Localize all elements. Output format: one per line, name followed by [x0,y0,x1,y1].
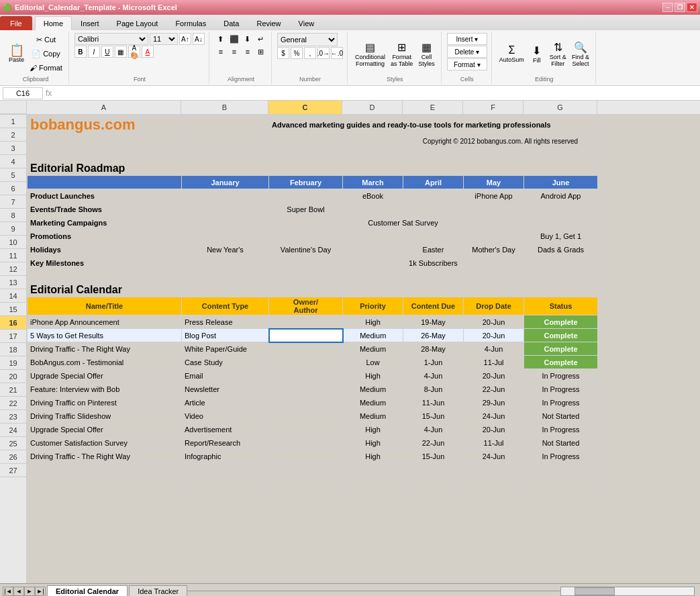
cell-c19[interactable] [269,369,343,383]
row-header-14[interactable]: 14 [0,289,26,303]
italic-button[interactable]: I [88,46,100,58]
cell-g21[interactable]: In Progress [524,396,598,409]
align-center-button[interactable]: ≡ [228,46,240,58]
cell-b25[interactable]: Infographic [182,450,269,463]
cell-b17[interactable]: White Paper/Guide [182,342,269,356]
cell-g26[interactable] [524,463,598,477]
cell-b22[interactable]: Video [182,409,269,423]
cell-a23[interactable]: Upgrade Special Offer [28,423,182,436]
cell-c12[interactable] [269,270,343,283]
cell-a22[interactable]: Driving Traffic Slideshow [28,409,182,423]
cell-f15[interactable]: 20-Jun [464,315,524,329]
cell-e25[interactable]: 15-Jun [403,450,464,463]
col-header-f[interactable]: F [463,101,523,114]
cell-b14[interactable]: Content Type [182,297,269,315]
cell-b23[interactable]: Advertisement [182,423,269,436]
cell-f12[interactable] [464,270,524,283]
border-button[interactable]: ▦ [115,46,127,58]
cell-g25[interactable]: In Progress [524,450,598,463]
cell-a4[interactable]: Editorial Roadmap [28,162,598,176]
cell-c24[interactable] [269,436,343,450]
cell-e6[interactable] [403,189,464,203]
cell-e7[interactable] [403,203,464,216]
sheet-nav-last[interactable]: ►| [35,587,46,596]
row-header-8[interactable]: 8 [0,209,26,222]
cell-f23[interactable]: 20-Jun [464,423,524,436]
cell-f3[interactable] [464,148,524,162]
cell-e21[interactable]: 11-Jun [403,396,464,409]
cell-c23[interactable] [269,423,343,436]
cell-g17[interactable]: Complete [524,342,598,356]
cell-b7[interactable] [182,203,269,216]
cell-e20[interactable]: 8-Jun [403,383,464,396]
cell-e5[interactable]: April [403,176,464,189]
cell-e10[interactable]: Easter [403,243,464,256]
tab-review[interactable]: Review [248,16,289,30]
cell-d15[interactable]: High [343,315,403,329]
cell-b15[interactable]: Press Release [182,315,269,329]
tab-formulas[interactable]: Formulas [166,16,215,30]
cell-c18[interactable] [269,356,343,369]
cell-g16[interactable]: Complete [524,329,598,342]
col-header-c[interactable]: C [268,101,342,114]
cell-c14[interactable]: Owner/Author [269,297,343,315]
cell-b12[interactable] [182,270,269,283]
autosum-button[interactable]: Σ AutoSum [497,42,526,65]
cell-g24[interactable]: Not Started [524,436,598,450]
cell-d9[interactable] [343,230,403,243]
cell-b2[interactable] [182,135,269,148]
cell-f11[interactable] [464,256,524,270]
cell-a19[interactable]: Upgrade Special Offer [28,369,182,383]
cell-c1[interactable]: Advanced marketing guides and ready-to-u… [269,115,598,135]
cell-b10[interactable]: New Year's [182,243,269,256]
cell-g6[interactable]: Android App [524,189,598,203]
cell-b11[interactable] [182,256,269,270]
cell-b18[interactable]: Case Study [182,356,269,369]
cell-d22[interactable]: Medium [343,409,403,423]
number-format-select[interactable]: General Number Currency [277,33,338,46]
font-color-button[interactable]: A [142,46,154,58]
row-header-21[interactable]: 21 [0,383,26,397]
cell-b8[interactable] [182,216,269,230]
row-header-13[interactable]: 13 [0,276,26,289]
cell-f27[interactable] [464,477,524,490]
cell-d6[interactable]: eBook [343,189,403,203]
cell-f6[interactable]: iPhone App [464,189,524,203]
cell-f20[interactable]: 22-Jun [464,383,524,396]
cell-e22[interactable]: 15-Jun [403,409,464,423]
cell-c27[interactable] [269,477,343,490]
cell-d24[interactable]: High [343,436,403,450]
cell-g9[interactable]: Buy 1, Get 1 [524,230,598,243]
cell-e23[interactable]: 4-Jun [403,423,464,436]
cell-a11[interactable]: Key Milestones [28,256,182,270]
cell-d26[interactable] [343,463,403,477]
cell-c6[interactable] [269,189,343,203]
cell-a8[interactable]: Marketing Campaigns [28,216,182,230]
cell-g8[interactable] [524,216,598,230]
h-scrollbar[interactable] [560,587,695,596]
cell-a10[interactable]: Holidays [28,243,182,256]
cell-d7[interactable] [343,203,403,216]
cell-g14[interactable]: Status [524,297,598,315]
cell-f17[interactable]: 4-Jun [464,342,524,356]
cell-e15[interactable]: 19-May [403,315,464,329]
cell-c16[interactable] [269,329,343,342]
cell-e18[interactable]: 1-Jun [403,356,464,369]
cell-e24[interactable]: 22-Jun [403,436,464,450]
cell-g27[interactable] [524,477,598,490]
cell-d3[interactable] [343,148,403,162]
align-top-button[interactable]: ⬆ [215,33,227,45]
cell-d5[interactable]: March [343,176,403,189]
cut-button[interactable]: ✂ Cut [28,33,64,46]
cell-c2[interactable] [269,135,343,148]
cell-e14[interactable]: Content Due [403,297,464,315]
row-header-1[interactable]: 1 [0,115,26,128]
cell-g19[interactable]: In Progress [524,369,598,383]
tab-file[interactable]: File [0,16,32,30]
cell-d11[interactable] [343,256,403,270]
cell-a16[interactable]: 5 Ways to Get Results [28,329,182,342]
cell-b21[interactable]: Article [182,396,269,409]
cell-a14[interactable]: Name/Title [28,297,182,315]
merge-center-button[interactable]: ⊞ [255,46,267,58]
cell-a2[interactable] [28,135,182,148]
